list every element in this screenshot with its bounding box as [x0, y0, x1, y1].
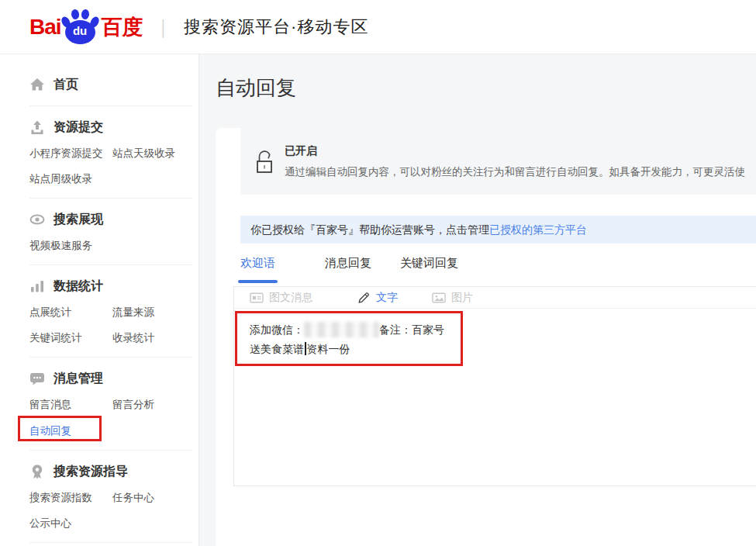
status-notice: 已开启 通过编辑自动回复内容，可以对粉丝的关注行为和留言进行自动回复。如具备开发…	[240, 128, 756, 195]
text-cursor	[305, 342, 306, 355]
authorization-bar: 你已授权给『百家号』帮助你运营账号，点击管理已授权的第三方平台	[240, 216, 756, 244]
chat-icon	[29, 371, 45, 386]
authorization-text: 你已授权给『百家号』帮助你运营账号，点击管理	[250, 223, 489, 236]
sidebar-divider	[29, 105, 193, 106]
sidebar-divider	[29, 264, 193, 265]
sidebar-link-site-weekly-index[interactable]: 站点周级收录	[29, 172, 112, 186]
eye-icon	[29, 212, 45, 227]
tab-message-reply[interactable]: 消息回复	[325, 256, 371, 283]
reply-editor: 图文消息 文字	[233, 286, 756, 486]
sidebar-item-label: 搜索资源指导	[54, 464, 128, 480]
sidebar-link-miniprogram-submit[interactable]: 小程序资源提交	[29, 147, 112, 161]
sidebar-link-public-notice-center[interactable]: 公示中心	[29, 517, 112, 530]
sidebar-item-label: 资源提交	[54, 119, 103, 136]
sidebar: 首页 资源提交 小程序资源提交 站点天级收录 站点周级收录 搜索展现 视	[0, 54, 199, 546]
editor-line-1: 添加微信：备注：百家号	[250, 320, 461, 340]
sidebar-link-video-fast-service[interactable]: 视频极速服务	[29, 239, 112, 253]
sidebar-link-task-center[interactable]: 任务中心	[112, 491, 154, 505]
sidebar-link-traffic-source[interactable]: 流量来源	[112, 306, 154, 320]
sidebar-item-data-stats[interactable]: 数据统计	[0, 277, 198, 295]
sidebar-link-message-board[interactable]: 留言消息	[29, 398, 112, 412]
tool-label: 图片	[451, 291, 473, 305]
rich-message-button[interactable]: 图文消息	[250, 291, 312, 305]
sidebar-item-label: 数据统计	[54, 278, 103, 295]
editor-text-area[interactable]: 添加微信：备注：百家号 送美食菜谱资料一份	[234, 309, 756, 486]
remark-text: 备注：百家号	[379, 323, 444, 336]
status-title: 已开启	[285, 144, 745, 158]
active-tab-underline	[238, 280, 278, 283]
tab-label: 关键词回复	[400, 256, 458, 269]
top-header: Bai du 百度 ｜ 搜索资源平台·移动专区	[0, 0, 756, 54]
sidebar-link-resource-index[interactable]: 搜索资源指数	[29, 491, 112, 505]
censored-wechat-id	[304, 322, 379, 337]
sidebar-item-label: 消息管理	[54, 371, 103, 387]
annotation-box-content: 添加微信：备注：百家号 送美食菜谱资料一份	[235, 311, 463, 366]
status-description: 通过编辑自动回复内容，可以对粉丝的关注行为和留言进行自动回复。如具备开发能力，可…	[285, 165, 745, 179]
tab-label: 欢迎语	[240, 256, 275, 269]
sidebar-divider	[29, 450, 193, 451]
sidebar-divider	[29, 198, 193, 199]
medal-icon	[29, 464, 45, 479]
sidebar-item-label: 搜索展现	[54, 212, 103, 228]
wechat-prefix-text: 添加微信：	[250, 323, 304, 336]
sidebar-link-message-analysis[interactable]: 留言分析	[112, 398, 154, 412]
baidu-logo[interactable]: Bai du 百度	[29, 9, 143, 45]
tab-label: 消息回复	[325, 256, 371, 269]
sidebar-item-message-manage[interactable]: 消息管理	[0, 369, 198, 388]
gift-text-after-caret: 资料一份	[307, 343, 350, 355]
sidebar-link-impression-stats[interactable]: 点展统计	[29, 306, 112, 320]
rich-message-icon	[250, 292, 264, 304]
baidu-paw-icon: du	[62, 9, 98, 45]
editor-toolbar: 图文消息 文字	[234, 287, 756, 309]
image-button[interactable]: 图片	[432, 291, 473, 305]
sidebar-link-auto-reply-active[interactable]: 自动回复	[29, 425, 71, 437]
sidebar-item-search-display[interactable]: 搜索展现	[0, 210, 198, 229]
logo-cn-text: 百度	[102, 13, 143, 41]
pencil-icon	[357, 291, 371, 304]
logo-bai-text: Bai	[29, 15, 61, 40]
gift-text-before-caret: 送美食菜谱	[250, 343, 304, 355]
authorized-platforms-link[interactable]: 已授权的第三方平台	[489, 223, 587, 236]
sidebar-link-index-stats[interactable]: 收录统计	[112, 331, 154, 345]
tool-label: 文字	[376, 291, 398, 305]
sidebar-item-home[interactable]: 首页	[0, 75, 198, 94]
home-icon	[29, 77, 45, 92]
sidebar-link-site-daily-index[interactable]: 站点天级收录	[112, 147, 175, 161]
brand-title: 搜索资源平台·移动专区	[184, 16, 368, 39]
logo-du-text: du	[62, 24, 98, 37]
tool-label: 图文消息	[269, 291, 312, 305]
upload-icon	[29, 119, 45, 135]
tab-welcome-message[interactable]: 欢迎语	[240, 256, 275, 283]
sidebar-divider	[29, 357, 193, 358]
tab-keyword-reply[interactable]: 关键词回复	[400, 256, 458, 283]
reply-tabs: 欢迎语 消息回复 关键词回复	[240, 256, 756, 283]
auto-reply-card: 已开启 通过编辑自动回复内容，可以对粉丝的关注行为和留言进行自动回复。如具备开发…	[216, 128, 756, 546]
sidebar-item-label: 首页	[54, 77, 78, 93]
page-title: 自动回复	[216, 74, 756, 101]
editor-line-2: 送美食菜谱资料一份	[250, 340, 461, 359]
sidebar-divider	[29, 542, 193, 543]
image-icon	[432, 292, 446, 304]
brand-separator: ｜	[154, 15, 173, 40]
main-content: 自动回复 已开启 通过编辑自动回复内容，可以对粉丝的关注行为和留言进行自动回复。…	[199, 54, 756, 546]
sidebar-item-resource-guide[interactable]: 搜索资源指导	[0, 462, 198, 481]
sidebar-link-keyword-stats[interactable]: 关键词统计	[29, 331, 112, 345]
text-button[interactable]: 文字	[357, 291, 398, 305]
open-lock-icon	[255, 148, 274, 175]
chart-icon	[29, 278, 45, 294]
sidebar-item-resource-submit[interactable]: 资源提交	[0, 118, 198, 136]
